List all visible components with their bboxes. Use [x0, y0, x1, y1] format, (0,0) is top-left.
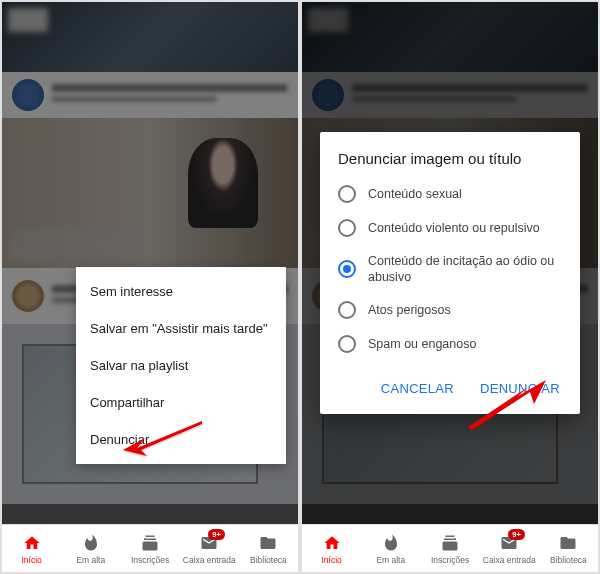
subscriptions-icon [440, 533, 460, 553]
bottom-navigation: Início Em alta Inscrições 9+ Caixa entra… [302, 524, 598, 572]
option-sexual-content[interactable]: Conteúdo sexual [320, 177, 580, 211]
radio-icon [338, 301, 356, 319]
video-meta-row [2, 72, 298, 118]
inbox-badge: 9+ [508, 529, 525, 540]
radio-icon [338, 219, 356, 237]
video-thumbnail [2, 2, 298, 72]
nav-label: Em alta [76, 555, 105, 565]
phone-screenshot-left: Sem interesse Salvar em "Assistir mais t… [2, 2, 298, 572]
nav-label: Início [21, 555, 41, 565]
menu-item-save-watch-later[interactable]: Salvar em "Assistir mais tarde" [76, 310, 286, 347]
radio-label: Spam ou enganoso [368, 336, 476, 352]
trending-icon [381, 533, 401, 553]
feed-area: Sem interesse Salvar em "Assistir mais t… [2, 2, 298, 524]
nav-library[interactable]: Biblioteca [239, 525, 298, 572]
option-spam[interactable]: Spam ou enganoso [320, 327, 580, 361]
nav-label: Caixa entrada [483, 555, 536, 565]
home-icon [22, 533, 42, 553]
option-dangerous-acts[interactable]: Atos perigosos [320, 293, 580, 327]
nav-home[interactable]: Início [302, 525, 361, 572]
menu-item-report[interactable]: Denunciar [76, 421, 286, 458]
channel-avatar [12, 79, 44, 111]
nav-label: Biblioteca [250, 555, 287, 565]
video-thumbnail [2, 118, 298, 268]
nav-label: Início [321, 555, 341, 565]
radio-icon [338, 185, 356, 203]
cancel-button[interactable]: CANCELAR [371, 375, 464, 402]
radio-icon [338, 260, 356, 278]
nav-label: Inscrições [431, 555, 469, 565]
dialog-actions: CANCELAR DENUNCIAR [320, 361, 580, 406]
report-button[interactable]: DENUNCIAR [470, 375, 570, 402]
option-hateful-content[interactable]: Conteúdo de incitação ao ódio ou abusivo [320, 245, 580, 294]
nav-subscriptions[interactable]: Inscrições [120, 525, 179, 572]
nav-library[interactable]: Biblioteca [539, 525, 598, 572]
trending-icon [81, 533, 101, 553]
modal-overlay: Denunciar imagem ou título Conteúdo sexu… [302, 2, 598, 524]
dialog-title: Denunciar imagem ou título [320, 150, 580, 177]
nav-home[interactable]: Início [2, 525, 61, 572]
folder-icon [258, 533, 278, 553]
report-dialog: Denunciar imagem ou título Conteúdo sexu… [320, 132, 580, 415]
home-icon [322, 533, 342, 553]
radio-label: Conteúdo sexual [368, 186, 462, 202]
nav-subscriptions[interactable]: Inscrições [420, 525, 479, 572]
bottom-navigation: Início Em alta Inscrições 9+ Caixa entra… [2, 524, 298, 572]
nav-label: Caixa entrada [183, 555, 236, 565]
nav-trending[interactable]: Em alta [61, 525, 120, 572]
menu-item-save-playlist[interactable]: Salvar na playlist [76, 347, 286, 384]
inbox-badge: 9+ [208, 529, 225, 540]
nav-trending[interactable]: Em alta [361, 525, 420, 572]
menu-item-share[interactable]: Compartilhar [76, 384, 286, 421]
feed-area: Denunciar imagem ou título Conteúdo sexu… [302, 2, 598, 524]
phone-screenshot-right: Denunciar imagem ou título Conteúdo sexu… [302, 2, 598, 572]
channel-avatar [12, 280, 44, 312]
radio-label: Conteúdo de incitação ao ódio ou abusivo [368, 253, 562, 286]
nav-inbox[interactable]: 9+ Caixa entrada [180, 525, 239, 572]
radio-label: Atos perigosos [368, 302, 451, 318]
radio-icon [338, 335, 356, 353]
video-context-menu: Sem interesse Salvar em "Assistir mais t… [76, 267, 286, 464]
menu-item-not-interested[interactable]: Sem interesse [76, 273, 286, 310]
nav-label: Em alta [376, 555, 405, 565]
nav-inbox[interactable]: 9+ Caixa entrada [480, 525, 539, 572]
nav-label: Inscrições [131, 555, 169, 565]
subscriptions-icon [140, 533, 160, 553]
radio-label: Conteúdo violento ou repulsivo [368, 220, 540, 236]
nav-label: Biblioteca [550, 555, 587, 565]
option-violent-content[interactable]: Conteúdo violento ou repulsivo [320, 211, 580, 245]
folder-icon [558, 533, 578, 553]
